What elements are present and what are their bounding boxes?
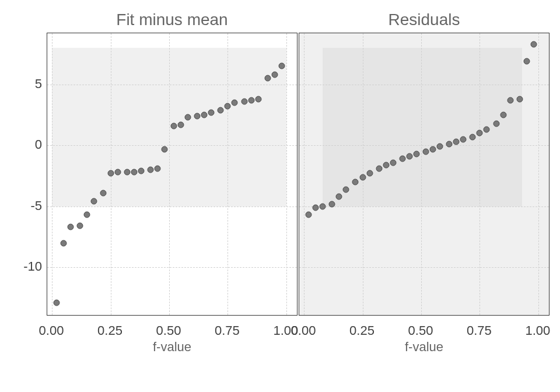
data-point — [91, 198, 97, 205]
plot-panel — [47, 33, 298, 316]
data-point — [178, 121, 184, 128]
data-point — [329, 201, 335, 207]
data-point — [185, 114, 191, 121]
data-point — [336, 194, 342, 200]
gridline-horizontal — [299, 85, 549, 85]
chart-figure: Fit minus mean0.000.250.500.751.00f-valu… — [0, 0, 560, 392]
data-point — [161, 146, 167, 152]
gridline-vertical — [169, 33, 170, 315]
x-tick-label: 1.00 — [525, 323, 550, 338]
data-point — [399, 156, 405, 162]
data-point — [232, 100, 238, 106]
data-point — [313, 204, 319, 211]
gridline-vertical — [52, 33, 52, 315]
data-point — [383, 162, 389, 168]
data-point — [446, 141, 453, 148]
data-point — [147, 167, 153, 173]
data-point — [507, 97, 513, 103]
data-point — [271, 72, 278, 78]
x-axis-title: f-value — [153, 340, 191, 355]
data-point — [423, 148, 429, 155]
data-point — [430, 146, 436, 152]
data-point — [255, 96, 261, 102]
gridline-horizontal — [299, 267, 549, 268]
data-point — [54, 300, 60, 306]
data-point — [100, 190, 107, 196]
data-point — [390, 159, 396, 166]
data-point — [77, 223, 83, 229]
data-point — [500, 112, 506, 118]
data-point — [264, 75, 271, 82]
data-point — [366, 170, 373, 177]
data-point — [460, 136, 467, 142]
data-point — [107, 170, 114, 177]
panel-title: Fit minus mean — [47, 10, 298, 29]
gridline-vertical — [286, 33, 287, 315]
x-tick-label: 0.50 — [156, 323, 181, 338]
gridline-horizontal — [299, 145, 549, 146]
data-point — [343, 186, 349, 192]
data-point — [114, 169, 121, 176]
data-point — [493, 120, 499, 127]
data-point — [453, 139, 460, 145]
x-tick-label: 0.50 — [408, 323, 433, 338]
gridline-horizontal — [299, 206, 549, 207]
y-tick-label: 0 — [7, 137, 42, 152]
data-point — [484, 127, 490, 133]
data-point — [154, 166, 160, 172]
data-point — [138, 168, 144, 174]
data-point — [131, 169, 137, 176]
data-point — [413, 150, 419, 157]
data-point — [376, 166, 382, 172]
data-point — [477, 130, 483, 136]
gridline-vertical — [304, 33, 304, 315]
data-point — [523, 58, 530, 65]
x-tick-label: 0.00 — [39, 323, 64, 338]
data-point — [171, 123, 177, 129]
data-point — [124, 169, 130, 176]
y-tick-label: -5 — [7, 198, 42, 214]
y-tick-label: 5 — [7, 76, 42, 92]
data-point — [241, 99, 247, 105]
data-point — [278, 63, 285, 69]
panel-title: Residuals — [299, 10, 550, 29]
x-axis-title: f-value — [405, 340, 443, 355]
x-tick-label: 0.00 — [291, 323, 316, 338]
data-point — [516, 96, 523, 102]
data-point — [437, 144, 443, 150]
y-tick-label: -10 — [7, 259, 42, 274]
x-tick-label: 0.25 — [97, 323, 123, 338]
gridline-horizontal — [47, 206, 297, 207]
data-point — [352, 179, 359, 186]
data-point — [84, 212, 90, 218]
data-point — [530, 41, 537, 47]
gridline-horizontal — [47, 267, 297, 268]
x-tick-label: 0.75 — [467, 323, 492, 338]
data-point — [225, 103, 231, 110]
gridline-horizontal — [47, 85, 297, 85]
data-point — [320, 203, 326, 209]
data-point — [218, 107, 224, 113]
x-tick-label: 0.25 — [349, 323, 374, 338]
data-point — [470, 134, 476, 140]
gridline-vertical — [538, 33, 539, 315]
gridline-vertical — [228, 33, 228, 315]
plot-panel — [299, 33, 550, 316]
gridline-horizontal — [47, 145, 297, 146]
data-point — [68, 224, 74, 230]
data-point — [248, 97, 254, 103]
data-point — [194, 113, 201, 120]
gridline-vertical — [421, 33, 422, 315]
data-point — [306, 212, 312, 218]
gridline-vertical — [480, 33, 480, 315]
data-point — [208, 109, 215, 116]
data-point — [61, 240, 67, 246]
data-point — [359, 174, 366, 180]
x-tick-label: 0.75 — [215, 323, 240, 338]
data-point — [406, 153, 412, 160]
data-point — [201, 112, 208, 118]
